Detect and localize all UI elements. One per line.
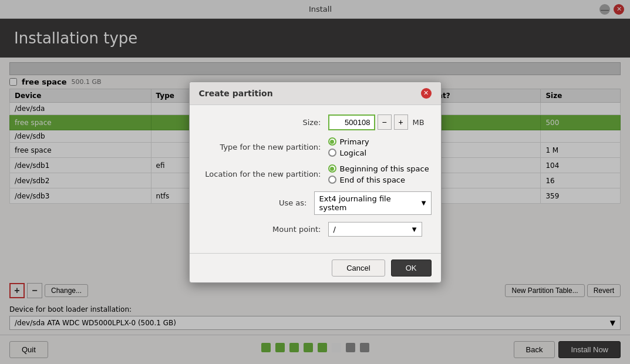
size-increment-button[interactable]: + <box>394 114 408 130</box>
size-input[interactable] <box>328 114 375 130</box>
modal-body: Size: − + MB Type for the new partition: <box>190 105 441 253</box>
radio-primary[interactable] <box>328 137 336 146</box>
size-unit: MB <box>413 118 425 127</box>
modal-header: Create partition ✕ <box>190 82 441 105</box>
radio-beginning-row: Beginning of this space <box>328 164 429 173</box>
radio-end[interactable] <box>328 176 336 184</box>
use-as-value: Ext4 journaling file system <box>319 194 417 212</box>
radio-primary-label: Primary <box>340 137 369 146</box>
size-decrement-button[interactable]: − <box>378 114 392 130</box>
mount-point-row: Mount point: / ▼ <box>199 222 432 237</box>
partition-type-group: Primary Logical <box>328 137 369 157</box>
location-group: Beginning of this space End of this spac… <box>328 164 429 184</box>
modal-close-button[interactable]: ✕ <box>421 88 432 99</box>
ok-button[interactable]: OK <box>391 259 432 277</box>
main-window: Installation type free space 500.1 GB De… <box>0 19 630 364</box>
radio-end-row: End of this space <box>328 176 429 184</box>
radio-beginning-label: Beginning of this space <box>340 164 429 173</box>
modal-overlay: Create partition ✕ Size: − + MB <box>0 0 630 364</box>
mount-point-arrow-icon: ▼ <box>412 226 417 232</box>
create-partition-dialog: Create partition ✕ Size: − + MB <box>189 82 442 283</box>
radio-beginning[interactable] <box>328 164 336 173</box>
size-row: Size: − + MB <box>199 114 432 130</box>
use-as-arrow-icon: ▼ <box>422 200 426 206</box>
mount-point-value: / <box>333 225 336 234</box>
cancel-button[interactable]: Cancel <box>332 259 385 277</box>
size-label: Size: <box>199 118 328 127</box>
radio-logical-label: Logical <box>340 149 367 157</box>
use-as-dropdown[interactable]: Ext4 journaling file system ▼ <box>314 191 432 215</box>
radio-logical-row: Logical <box>328 149 369 157</box>
mount-point-label: Mount point: <box>199 225 328 234</box>
size-control: − + MB <box>328 114 425 130</box>
radio-end-label: End of this space <box>340 176 406 184</box>
modal-footer: Cancel OK <box>190 253 441 282</box>
partition-type-row: Type for the new partition: Primary Logi… <box>199 137 432 157</box>
radio-logical[interactable] <box>328 149 336 157</box>
use-as-label: Use as: <box>199 198 314 207</box>
use-as-row: Use as: Ext4 journaling file system ▼ <box>199 191 432 215</box>
partition-type-label: Type for the new partition: <box>199 143 328 151</box>
modal-title: Create partition <box>199 89 273 98</box>
mount-point-select: / ▼ <box>328 222 422 237</box>
use-as-select: Ext4 journaling file system ▼ <box>314 191 432 215</box>
radio-primary-row: Primary <box>328 137 369 146</box>
mount-point-dropdown[interactable]: / ▼ <box>328 222 422 237</box>
location-row: Location for the new partition: Beginnin… <box>199 164 432 184</box>
location-label: Location for the new partition: <box>199 170 328 178</box>
